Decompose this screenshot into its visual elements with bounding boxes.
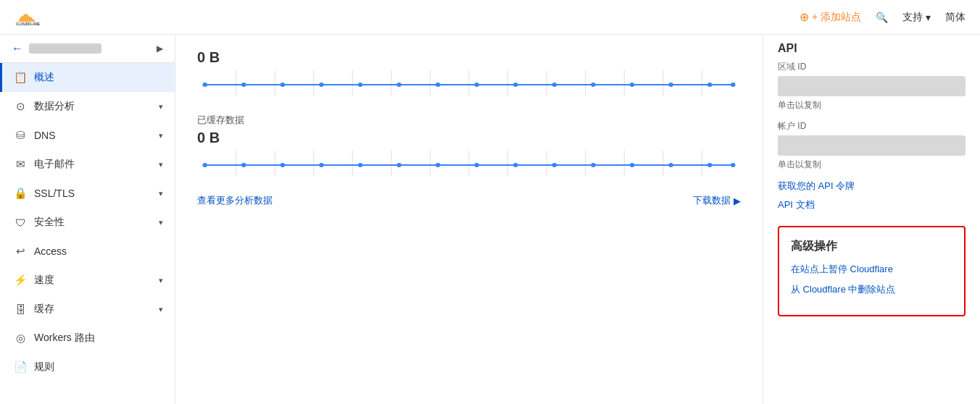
email-icon: ✉ — [14, 158, 27, 171]
plus-icon: ⊕ — [800, 10, 809, 24]
zone-id-value — [778, 76, 966, 96]
ssl-icon: 🔒 — [14, 187, 27, 200]
svg-point-29 — [731, 83, 735, 87]
expand-arrow-icon: ▾ — [159, 160, 163, 169]
expand-arrow-icon: ▾ — [159, 131, 163, 140]
svg-point-56 — [668, 163, 673, 167]
domain-placeholder — [29, 43, 101, 54]
svg-point-20 — [396, 83, 401, 87]
chart-value-top: 0 B — [197, 49, 741, 66]
svg-point-16 — [241, 83, 246, 87]
zone-copy-label[interactable]: 单击以复制 — [778, 99, 966, 111]
expand-arrow-icon: ▾ — [159, 305, 163, 314]
support-label: 支持 — [902, 11, 923, 24]
main-layout: ← ▶ 📋 概述 ⊙ 数据分析 ▾ ⛁ DNS ▾ ✉ 电子邮件 ▾ — [0, 35, 980, 404]
rules-icon: 📄 — [14, 361, 27, 374]
svg-point-55 — [630, 163, 634, 167]
back-arrow-icon: ← — [12, 42, 23, 55]
svg-point-50 — [436, 163, 440, 167]
svg-point-28 — [707, 83, 712, 87]
sidebar: ← ▶ 📋 概述 ⊙ 数据分析 ▾ ⛁ DNS ▾ ✉ 电子邮件 ▾ — [0, 35, 175, 404]
cache-icon: 🗄 — [14, 303, 27, 316]
sidebar-item-access[interactable]: ↩ Access — [0, 237, 175, 266]
sidebar-item-overview[interactable]: 📋 概述 — [0, 63, 175, 92]
sidebar-item-ssl[interactable]: 🔒 SSL/TLS ▾ — [0, 179, 175, 208]
main-content: 0 B — [175, 35, 763, 404]
get-api-token-link[interactable]: 获取您的 API 令牌 — [778, 180, 966, 193]
sidebar-item-label: 速度 — [34, 274, 151, 287]
api-docs-link[interactable]: API 文档 — [778, 198, 966, 211]
svg-point-53 — [552, 163, 557, 167]
chart-section-cached: 已缓存数据 0 B — [197, 114, 741, 180]
sidebar-item-label: Workers 路由 — [34, 332, 163, 345]
svg-point-51 — [475, 163, 479, 167]
svg-point-24 — [552, 83, 557, 87]
account-copy-label[interactable]: 单击以复制 — [778, 159, 966, 171]
svg-point-19 — [358, 83, 362, 87]
download-data-link[interactable]: 下载数据 ▶ — [693, 194, 741, 207]
sidebar-back[interactable]: ← ▶ — [0, 35, 175, 63]
svg-point-17 — [281, 83, 285, 87]
remove-site-link[interactable]: 从 Cloudflare 中删除站点 — [791, 283, 952, 296]
sidebar-item-label: 电子邮件 — [34, 158, 151, 171]
svg-point-47 — [319, 163, 323, 167]
workers-icon: ◎ — [14, 332, 27, 345]
sidebar-item-rules[interactable]: 📄 规则 — [0, 353, 175, 382]
top-nav-left: CLOUDFLARE — [14, 7, 43, 28]
speed-icon: ⚡ — [14, 274, 27, 287]
account-id-value — [778, 135, 966, 156]
zone-id-label: 区域 ID — [778, 61, 966, 73]
advanced-operations-section: 高级操作 在站点上暂停 Cloudflare 从 Cloudflare 中删除站… — [778, 226, 966, 316]
expand-arrow-icon: ▾ — [159, 189, 163, 198]
expand-arrow-icon: ▾ — [159, 102, 163, 111]
chart-svg-cached — [197, 151, 741, 180]
search-button[interactable]: 🔍 — [876, 12, 888, 23]
sidebar-item-security[interactable]: 🛡 安全性 ▾ — [0, 208, 175, 237]
sidebar-item-workers[interactable]: ◎ Workers 路由 — [0, 324, 175, 353]
view-more-analytics-link[interactable]: 查看更多分析数据 — [197, 194, 273, 207]
sidebar-item-cache[interactable]: 🗄 缓存 ▾ — [0, 295, 175, 324]
sidebar-item-label: SSL/TLS — [34, 188, 151, 199]
language-button[interactable]: 简体 — [945, 11, 966, 24]
api-title: API — [778, 35, 966, 55]
sidebar-item-speed[interactable]: ⚡ 速度 ▾ — [0, 266, 175, 295]
cached-label: 已缓存数据 — [197, 114, 741, 127]
right-panel: API 区域 ID 单击以复制 帐户 ID 单击以复制 获取您的 API 令牌 … — [763, 35, 980, 404]
sidebar-item-label: Access — [34, 245, 163, 257]
svg-text:CLOUDFLARE: CLOUDFLARE — [16, 22, 41, 26]
svg-point-44 — [203, 163, 207, 167]
svg-point-21 — [436, 83, 440, 87]
chart-section-top: 0 B — [197, 49, 741, 99]
sidebar-item-label: 规则 — [34, 361, 163, 374]
chart-links: 查看更多分析数据 下载数据 ▶ — [197, 194, 741, 207]
support-button[interactable]: 支持 ▾ — [902, 11, 931, 24]
security-icon: 🛡 — [14, 216, 27, 229]
sidebar-item-label: 安全性 — [34, 216, 151, 229]
expand-arrow-icon: ▾ — [159, 276, 163, 285]
svg-point-22 — [475, 83, 479, 87]
overview-icon: 📋 — [14, 71, 27, 84]
sidebar-item-label: 数据分析 — [34, 100, 151, 113]
sidebar-item-email[interactable]: ✉ 电子邮件 ▾ — [0, 150, 175, 179]
sidebar-item-analytics[interactable]: ⊙ 数据分析 ▾ — [0, 92, 175, 121]
sidebar-item-label: 缓存 — [34, 303, 151, 316]
svg-point-23 — [513, 83, 518, 87]
download-arrow-icon: ▶ — [734, 195, 741, 206]
sidebar-item-dns[interactable]: ⛁ DNS ▾ — [0, 121, 175, 150]
domain-arrow-icon: ▶ — [157, 43, 163, 54]
add-site-button[interactable]: ⊕ + 添加站点 — [800, 10, 861, 24]
download-label: 下载数据 — [693, 194, 731, 207]
chart-value-cached: 0 B — [197, 130, 741, 146]
svg-point-45 — [241, 163, 246, 167]
pause-cloudflare-link[interactable]: 在站点上暂停 Cloudflare — [791, 263, 952, 276]
api-section: API 区域 ID 单击以复制 帐户 ID 单击以复制 获取您的 API 令牌 … — [778, 35, 966, 211]
search-icon: 🔍 — [876, 12, 888, 23]
sidebar-item-label: DNS — [34, 130, 151, 141]
top-nav: CLOUDFLARE ⊕ + 添加站点 🔍 支持 ▾ 简体 — [0, 0, 980, 35]
account-id-label: 帐户 ID — [778, 120, 966, 132]
chart-container-top — [197, 70, 741, 99]
svg-point-58 — [731, 163, 735, 167]
cloudflare-logo: CLOUDFLARE — [14, 7, 43, 28]
chart-container-cached — [197, 151, 741, 180]
add-site-label: + 添加站点 — [812, 11, 861, 24]
